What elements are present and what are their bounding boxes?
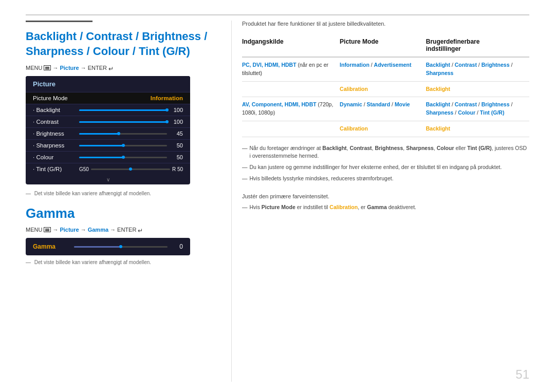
colour-value: 50: [170, 154, 183, 160]
backlight-label: · Backlight: [33, 107, 79, 113]
sharpness-fill: [79, 145, 123, 146]
gamma-track: [74, 246, 168, 248]
table-row: Calibration Backlight: [242, 121, 529, 137]
gamma-enter-label: ENTER: [117, 227, 136, 233]
enter-icon: [108, 65, 116, 70]
brightness-slider[interactable]: 45: [79, 130, 183, 137]
enter-label: ENTER: [88, 65, 107, 71]
backlight-slider[interactable]: 100: [79, 107, 183, 113]
panel-header: Picture: [26, 76, 190, 92]
brightness-fill: [79, 133, 119, 135]
tint-label: · Tint (G/R): [33, 166, 79, 172]
sharpness-row[interactable]: · Sharpness 50: [26, 140, 190, 152]
backlight-fill: [79, 109, 167, 111]
colour-label: · Colour: [33, 154, 79, 160]
gamma-enter-icon: [138, 227, 145, 232]
brightness-thumb: [117, 132, 120, 135]
td-settings-2: Backlight: [426, 81, 529, 97]
section1: Backlight / Contrast / Brightness / Shar…: [26, 21, 216, 196]
picture-panel: Picture Picture Mode Information · Backl…: [26, 76, 190, 184]
table-row: Calibration Backlight: [242, 81, 529, 97]
td-mode-4: Calibration: [340, 121, 426, 137]
section-divider: [26, 21, 92, 22]
backlight-thumb: [165, 108, 169, 111]
sharpness-thumb: [122, 144, 125, 147]
colour-fill: [79, 157, 123, 158]
page-number: 51: [515, 367, 529, 382]
right-gamma-note: ― Hvis Picture Mode er indstillet til Ca…: [242, 203, 529, 212]
sharpness-slider[interactable]: 50: [79, 142, 183, 148]
gamma-panel-value: 0: [173, 243, 183, 250]
contrast-row[interactable]: · Contrast 100: [26, 116, 190, 128]
menu-instruction-1: MENU → Picture → ENTER: [26, 65, 216, 71]
backlight-row[interactable]: · Backlight 100: [26, 104, 190, 116]
gamma-gamma-link: Gamma: [88, 227, 108, 233]
brightness-label: · Brightness: [33, 130, 79, 137]
gamma-panel: Gamma 0: [26, 238, 190, 255]
colour-slider[interactable]: 50: [79, 154, 183, 160]
bullet-notes: ― Når du foretager ændringer at Backligh…: [242, 144, 529, 183]
gamma-arrow2: →: [81, 227, 86, 233]
mode-row[interactable]: Picture Mode Information: [26, 92, 190, 104]
arrow1: →: [52, 65, 58, 71]
colour-thumb: [122, 156, 125, 159]
table-row: PC, DVI, HDMI, HDBT (når en pc er tilslu…: [242, 57, 529, 81]
td-source-3: AV, Component, HDMI, HDBT (720p, 1080i, …: [242, 97, 340, 121]
info-table: Indgangskilde Picture Mode Brugerdefiner…: [242, 35, 529, 137]
td-source-4: [242, 121, 340, 137]
right-intro: Produktet har flere funktioner til at ju…: [242, 21, 529, 27]
top-divider: [26, 14, 529, 15]
td-settings-1: Backlight / Contrast / Brightness /Sharp…: [426, 57, 529, 81]
td-source-2: [242, 81, 340, 97]
mode-row-label: Picture Mode: [33, 95, 79, 101]
gamma-thumb: [119, 245, 122, 248]
colour-row[interactable]: · Colour 50: [26, 152, 190, 163]
brightness-value: 45: [170, 130, 183, 137]
section2: Gamma MENU → Picture → Gamma → ENTER Gam…: [26, 206, 216, 265]
menu-label: MENU: [26, 65, 42, 71]
bullet-note-2: ― Du kan justere og gemme indstillinger …: [242, 163, 529, 172]
bullet-note-3: ― Hvis billedets lysstyrke mindskes, red…: [242, 175, 529, 183]
th-settings: Brugerdefinerbare indstillinger: [426, 35, 529, 57]
td-source-1: PC, DVI, HDMI, HDBT (når en pc er tilslu…: [242, 57, 340, 81]
contrast-label: · Contrast: [33, 119, 79, 125]
tint-row[interactable]: · Tint (G/R) G50 R 50: [26, 163, 190, 175]
bullet-note-1: ― Når du foretager ændringer at Backligh…: [242, 144, 529, 161]
menu-label-2: MENU: [26, 227, 42, 233]
gamma-picture-link: Picture: [60, 227, 79, 233]
brightness-row[interactable]: · Brightness 45: [26, 128, 190, 140]
gamma-fill-left: [74, 246, 121, 248]
left-column: Backlight / Contrast / Brightness / Shar…: [26, 21, 231, 382]
right-gamma-intro: Justér den primære farveintensitet.: [242, 193, 529, 199]
right-gamma-section: Justér den primære farveintensitet. ― Hv…: [242, 193, 529, 212]
th-source: Indgangskilde: [242, 35, 340, 57]
page: Backlight / Contrast / Brightness / Shar…: [0, 0, 555, 392]
gamma-row[interactable]: Gamma 0: [26, 238, 190, 255]
gamma-arrow1: →: [52, 227, 58, 233]
td-mode-3: Dynamic / Standard / Movie: [340, 97, 426, 121]
colour-track: [79, 157, 167, 158]
tint-track: [91, 169, 170, 170]
backlight-value: 100: [170, 107, 183, 113]
tint-g-value: G50: [79, 166, 89, 172]
gamma-arrow3: →: [110, 227, 116, 233]
menu-instruction-2: MENU → Picture → Gamma → ENTER: [26, 227, 216, 233]
th-mode: Picture Mode: [340, 35, 426, 57]
picture-link: Picture: [60, 65, 79, 71]
contrast-thumb: [165, 120, 169, 123]
brightness-track: [79, 133, 167, 135]
contrast-track: [79, 121, 167, 123]
menu-icon-2: [44, 227, 51, 232]
right-column: Produktet har flere funktioner til at ju…: [231, 21, 529, 382]
content-area: Backlight / Contrast / Brightness / Shar…: [26, 21, 529, 382]
section1-note: ― Det viste billede kan variere afhængig…: [26, 191, 216, 196]
arrow2: →: [81, 65, 86, 71]
table-row: AV, Component, HDMI, HDBT (720p, 1080i, …: [242, 97, 529, 121]
contrast-value: 100: [170, 119, 183, 125]
section2-note: ― Det viste billede kan variere afhængig…: [26, 259, 216, 265]
contrast-slider[interactable]: 100: [79, 119, 183, 125]
gamma-panel-label: Gamma: [33, 243, 69, 250]
sharpness-track: [79, 145, 167, 146]
tint-r-value: R 50: [172, 166, 183, 172]
contrast-fill: [79, 121, 167, 123]
